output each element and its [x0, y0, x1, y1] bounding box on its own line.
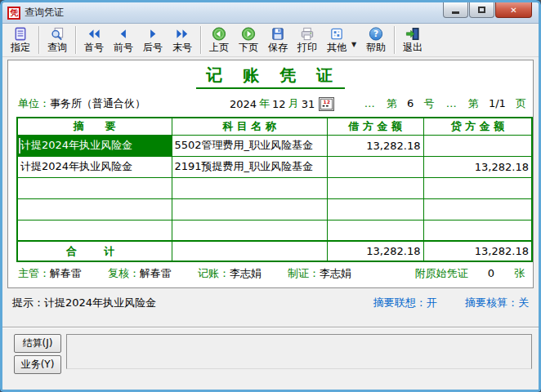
first-voucher-label: 首号 — [84, 42, 104, 53]
exit-door-icon — [405, 26, 421, 42]
content-area: 记 账 凭 证 单位：事务所（普通合伙） 2024年 12月 31 1 2 — [2, 57, 539, 390]
table-row: 计提2024年执业风险金 2191预提费用_职业风险基金 13,282.18 — [17, 156, 532, 177]
summary-cell[interactable] — [17, 198, 172, 220]
minimize-button[interactable] — [443, 2, 468, 18]
other-button[interactable]: 其他 — [322, 24, 351, 55]
query-button[interactable]: 查询 — [42, 24, 72, 55]
next-voucher-label: 后号 — [143, 42, 163, 53]
summary-assoc-toggle[interactable]: 摘要联想：开 — [373, 296, 437, 309]
attachment-count: 附原始凭证0张 — [415, 266, 525, 281]
summary-cell[interactable] — [17, 220, 172, 241]
bottom-panel — [66, 334, 532, 369]
summary-cell-selected[interactable]: 计提2024年执业风险金 — [17, 135, 172, 156]
account-cell[interactable] — [172, 198, 327, 220]
status-row: 提示：计提2024年执业风险金 摘要联想：开 摘要核算：关 — [12, 294, 529, 312]
business-button[interactable]: 业务(Y) — [14, 355, 61, 374]
page-label: 第 — [468, 97, 479, 109]
prev-voucher-button[interactable]: 前号 — [109, 24, 138, 55]
header-debit: 借 方 金 额 — [327, 118, 423, 135]
prev-page-button[interactable]: 上页 — [204, 24, 234, 55]
close-button[interactable]: ✕ — [495, 2, 532, 18]
credit-cell[interactable] — [423, 220, 532, 241]
next-page-label: 下页 — [239, 42, 258, 53]
dots: … — [364, 97, 375, 109]
svg-text:2: 2 — [327, 100, 330, 105]
green-circle-right-arrow-icon — [240, 26, 257, 42]
summary-cell[interactable] — [17, 177, 172, 198]
account-cell[interactable] — [172, 177, 327, 198]
preparer-signature: 制证：李志娟 — [288, 266, 351, 281]
form-icon — [12, 26, 29, 42]
print-button[interactable]: 打印 — [293, 24, 322, 55]
double-left-arrow-icon — [86, 26, 102, 42]
header-credit: 贷 方 金 额 — [423, 118, 532, 135]
date-day: 31 — [302, 98, 315, 110]
summary-cell[interactable]: 计提2024年执业风险金 — [17, 156, 172, 177]
other-dropdown-arrow[interactable]: ▼ — [351, 31, 361, 48]
settlement-button[interactable]: 结算(J) — [14, 334, 61, 353]
text-caret — [19, 138, 20, 154]
svg-text:1: 1 — [324, 100, 327, 105]
help-label: 帮助 — [366, 42, 386, 53]
credit-cell[interactable] — [423, 135, 532, 156]
credit-cell[interactable] — [423, 177, 532, 198]
credit-cell[interactable] — [423, 198, 532, 220]
restore-button[interactable] — [469, 2, 494, 18]
toolbar-separator — [200, 26, 201, 54]
next-voucher-button[interactable]: 后号 — [138, 24, 168, 55]
exit-label: 退出 — [403, 42, 423, 53]
unit-group: 单位：事务所（普通合伙） — [18, 96, 145, 111]
save-button[interactable]: 保存 — [263, 24, 293, 55]
toolbar: 指定 查询 首号 前号 — [2, 24, 539, 57]
specify-button[interactable]: 指定 — [6, 24, 35, 55]
page-number: 1/1 — [489, 97, 506, 109]
prev-voucher-label: 前号 — [114, 42, 133, 53]
table-row: 计提2024年执业风险金 5502管理费用_职业风险基金 13,282.18 — [17, 135, 532, 156]
exit-button[interactable]: 退出 — [398, 24, 427, 55]
page-suffix: 页 — [516, 97, 526, 109]
debit-cell[interactable] — [327, 156, 423, 177]
date-year: 2024 — [230, 98, 257, 110]
floppy-disk-icon — [270, 26, 286, 42]
voucher-date: 2024年 12月 31 1 2 — [227, 96, 334, 111]
bottom-button-group: 结算(J) 业务(Y) — [14, 334, 61, 374]
svg-text:?: ? — [373, 29, 378, 38]
last-voucher-button[interactable]: 末号 — [168, 24, 197, 55]
voucher-number: 6 — [407, 97, 414, 109]
toolbar-separator — [75, 26, 76, 54]
date-month-unit: 月 — [288, 96, 299, 111]
account-cell[interactable]: 2191预提费用_职业风险基金 — [172, 156, 327, 177]
summary-accounting-toggle[interactable]: 摘要核算：关 — [465, 296, 529, 309]
last-voucher-label: 末号 — [172, 42, 192, 53]
debit-cell[interactable] — [327, 198, 423, 220]
toggle-group: 摘要联想：开 摘要核算：关 — [373, 296, 529, 310]
help-button[interactable]: ? 帮助 — [361, 24, 391, 55]
voucher-info-row: 单位：事务所（普通合伙） 2024年 12月 31 1 2 — [16, 96, 526, 113]
calendar-icon[interactable]: 1 2 — [319, 97, 334, 111]
date-year-unit: 年 — [259, 96, 270, 111]
other-label: 其他 — [327, 42, 347, 53]
voucher-panel: 记 账 凭 证 单位：事务所（普通合伙） 2024年 12月 31 1 2 — [7, 60, 534, 288]
toolbar-separator — [38, 26, 39, 54]
debit-cell[interactable] — [327, 177, 423, 198]
voucher-title: 记 账 凭 证 — [196, 65, 345, 89]
credit-cell[interactable]: 13,282.18 — [423, 156, 532, 177]
help-icon: ? — [368, 26, 384, 42]
first-voucher-button[interactable]: 首号 — [79, 24, 109, 55]
prev-page-label: 上页 — [209, 42, 229, 53]
table-row — [17, 220, 532, 241]
unit-value: 事务所（普通合伙） — [50, 97, 145, 109]
debit-cell[interactable]: 13,282.18 — [327, 135, 423, 156]
window-title: 查询凭证 — [25, 6, 64, 20]
query-label: 查询 — [47, 42, 67, 53]
debit-cell[interactable] — [327, 220, 423, 241]
total-row: 合 计 13,282.18 13,282.18 — [17, 241, 532, 261]
account-cell[interactable]: 5502管理费用_职业风险基金 — [172, 135, 327, 156]
bookkeeper-signature: 记账：李志娟 — [198, 266, 262, 281]
titlebar[interactable]: 凭 查询凭证 ✕ — [2, 2, 539, 24]
account-cell[interactable] — [172, 220, 327, 241]
reviewer-signature: 复核：解春雷 — [108, 266, 172, 281]
hint-text: 提示：计提2024年执业风险金 — [12, 296, 156, 310]
window-controls: ✕ — [443, 2, 532, 18]
next-page-button[interactable]: 下页 — [234, 24, 263, 55]
